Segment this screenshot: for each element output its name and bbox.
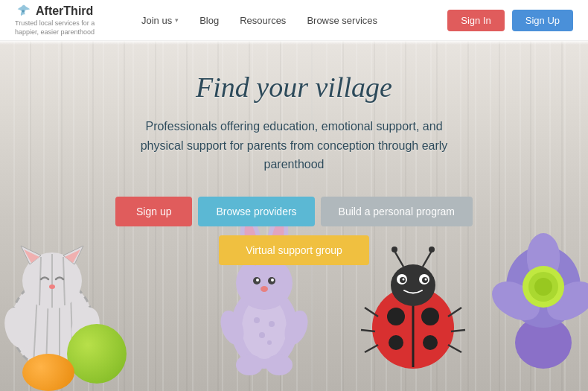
logo-area: AfterThird Trusted local services for a …: [15, 3, 112, 36]
cta-button-row: Sign up Browse providers Build a persona…: [115, 197, 473, 226]
logo-text: AfterThird: [36, 4, 93, 18]
svg-point-30: [271, 279, 274, 282]
svg-point-34: [254, 317, 260, 323]
svg-point-43: [423, 335, 438, 350]
svg-point-29: [256, 279, 259, 282]
svg-point-71: [534, 278, 552, 296]
svg-point-44: [391, 264, 435, 306]
logo-icon: [15, 3, 31, 19]
svg-point-50: [425, 279, 427, 281]
signin-button[interactable]: Sign In: [447, 10, 504, 31]
nav-resources[interactable]: Resources: [240, 15, 286, 26]
svg-point-0: [22, 10, 25, 13]
browse-providers-button[interactable]: Browse providers: [198, 197, 314, 226]
svg-point-20: [236, 355, 263, 375]
svg-point-31: [261, 286, 268, 292]
hero-content: Find your village Professionals offering…: [0, 71, 588, 265]
svg-point-15: [49, 284, 55, 289]
main-nav: Join us ▾ Blog Resources Browse services: [141, 15, 447, 26]
svg-point-41: [421, 308, 439, 325]
logo-tagline: Trusted local services for a happier, ea…: [15, 19, 112, 36]
header-auth-buttons: Sign In Sign Up: [447, 10, 573, 31]
nav-blog[interactable]: Blog: [199, 15, 219, 26]
svg-point-40: [387, 308, 405, 325]
svg-point-49: [403, 279, 405, 281]
svg-point-42: [389, 335, 403, 350]
build-program-button[interactable]: Build a personal program: [321, 197, 473, 226]
hero-subtitle: Professionals offering education, emotio…: [134, 117, 454, 174]
hero-top-fade: [0, 41, 588, 45]
logo: AfterThird: [15, 3, 112, 19]
toy-orange-ball: [22, 354, 74, 391]
virtual-support-button[interactable]: Virtual support group: [219, 235, 369, 265]
svg-point-37: [267, 340, 272, 345]
svg-line-57: [365, 345, 378, 352]
main-header: AfterThird Trusted local services for a …: [0, 0, 588, 41]
hero-title: Find your village: [196, 71, 392, 104]
signup-hero-button[interactable]: Sign up: [115, 197, 192, 226]
toy-green-ball: [67, 324, 127, 384]
svg-point-36: [259, 332, 265, 338]
svg-point-21: [266, 355, 293, 375]
hero-section: Find your village Professionals offering…: [0, 41, 588, 391]
signup-header-button[interactable]: Sign Up: [512, 10, 573, 31]
svg-line-60: [448, 345, 461, 352]
chevron-down-icon: ▾: [175, 16, 179, 24]
svg-point-35: [269, 321, 275, 327]
nav-browse-services[interactable]: Browse services: [307, 15, 377, 26]
nav-join-us[interactable]: Join us ▾: [141, 15, 179, 26]
